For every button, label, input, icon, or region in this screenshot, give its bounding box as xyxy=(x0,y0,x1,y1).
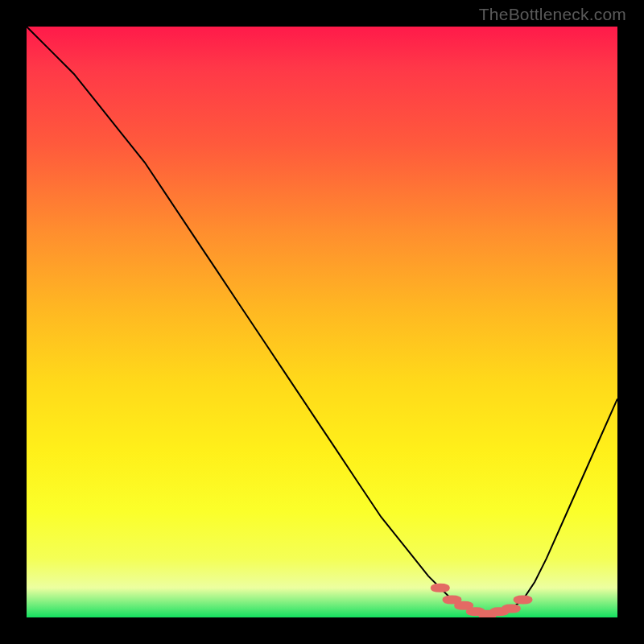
watermark-text: TheBottleneck.com xyxy=(479,5,626,24)
optimal-marker xyxy=(502,604,521,613)
chart-frame: TheBottleneck.com xyxy=(0,0,644,644)
optimal-zone-markers xyxy=(431,584,533,617)
optimal-marker xyxy=(514,595,533,604)
plot-area xyxy=(27,27,617,617)
optimal-marker xyxy=(431,584,450,592)
chart-svg xyxy=(27,27,617,617)
bottleneck-curve xyxy=(27,27,617,614)
